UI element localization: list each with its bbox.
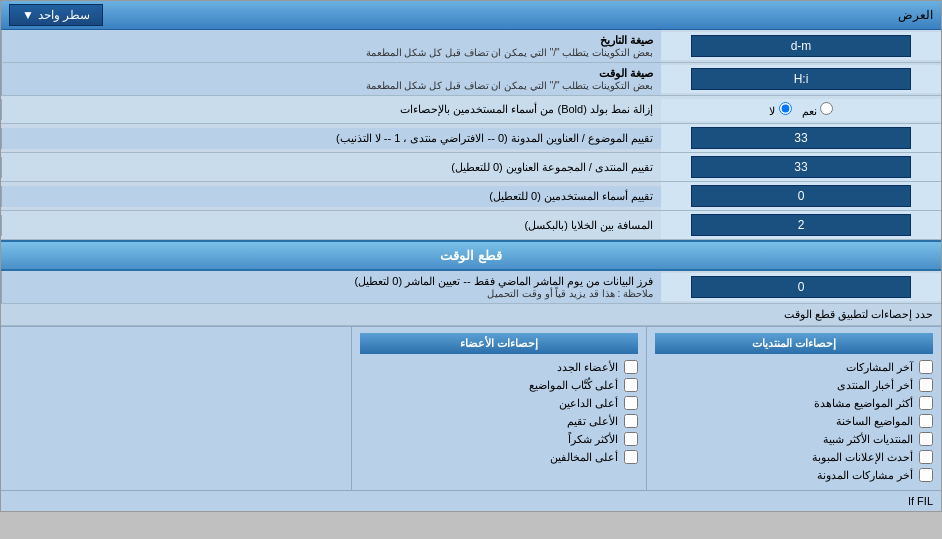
member-stat-5-label: أعلى المخالفين xyxy=(550,451,618,464)
page-title: العرض xyxy=(898,8,933,22)
topic-order-input[interactable] xyxy=(691,127,911,149)
time-format-input[interactable] xyxy=(691,68,911,90)
member-stat-2-label: أعلى الداعين xyxy=(559,397,618,410)
member-stat-2: أعلى الداعين xyxy=(360,394,638,412)
member-stat-1: أعلى كُتَّاب المواضيع xyxy=(360,376,638,394)
forum-stat-4: المنتديات الأكثر شبية xyxy=(655,430,933,448)
user-names-input-cell xyxy=(661,182,941,210)
dropdown-arrow-icon: ▼ xyxy=(22,8,34,22)
forum-order-input[interactable] xyxy=(691,156,911,178)
date-format-label: صيغة التاريخ بعض التكوينات يتطلب "/" الت… xyxy=(1,30,661,62)
cutoff-section-header: قطع الوقت xyxy=(1,240,941,271)
topic-order-input-cell xyxy=(661,124,941,152)
bold-remove-row: نعم لا إزالة نمط بولد (Bold) من أسماء ال… xyxy=(1,96,941,124)
forum-stat-5: أحدث الإعلانات المبوبة xyxy=(655,448,933,466)
right-col xyxy=(1,327,351,490)
member-stat-3: الأعلى تقيم xyxy=(360,412,638,430)
top-bar: العرض سطر واحد ▼ xyxy=(1,1,941,30)
forum-stat-4-label: المنتديات الأكثر شبية xyxy=(823,433,913,446)
cutoff-row: فرز البيانات من يوم الماشر الماضي فقط --… xyxy=(1,271,941,304)
cell-spacing-input-cell xyxy=(661,211,941,239)
member-stat-2-checkbox[interactable] xyxy=(624,396,638,410)
cell-spacing-label: المسافة بين الخلايا (بالبكسل) xyxy=(1,215,661,236)
forum-stat-1: أخر أخبار المنتدى xyxy=(655,376,933,394)
col-divider-2 xyxy=(351,327,352,490)
cutoff-input[interactable] xyxy=(691,276,911,298)
member-stats-title: إحصاءات الأعضاء xyxy=(360,333,638,354)
forum-stat-3-checkbox[interactable] xyxy=(919,414,933,428)
forum-stat-1-label: أخر أخبار المنتدى xyxy=(837,379,913,392)
forum-stats-title: إحصاءات المنتديات xyxy=(655,333,933,354)
user-names-input[interactable] xyxy=(691,185,911,207)
member-stat-4-label: الأكثر شكراً xyxy=(568,433,618,446)
time-format-label: صيغة الوقت بعض التكوينات يتطلب "/" التي … xyxy=(1,63,661,95)
date-format-input[interactable] xyxy=(691,35,911,57)
forum-stat-5-label: أحدث الإعلانات المبوبة xyxy=(812,451,913,464)
stats-container: إحصاءات المنتديات آخر المشاركات أخر أخبا… xyxy=(1,326,941,490)
bold-remove-label: إزالة نمط بولد (Bold) من أسماء المستخدمي… xyxy=(1,99,661,120)
forum-stat-2-label: أكثر المواضيع مشاهدة xyxy=(814,397,913,410)
forum-stat-2: أكثر المواضيع مشاهدة xyxy=(655,394,933,412)
dropdown-label: سطر واحد xyxy=(38,8,90,22)
forum-order-label: تقييم المنتدى / المجموعة العناوين (0 للت… xyxy=(1,157,661,178)
time-format-input-cell xyxy=(661,65,941,93)
forum-stat-1-checkbox[interactable] xyxy=(919,378,933,392)
member-stat-0: الأعضاء الجدد xyxy=(360,358,638,376)
cutoff-label: فرز البيانات من يوم الماشر الماضي فقط --… xyxy=(1,271,661,303)
cell-spacing-row: المسافة بين الخلايا (بالبكسل) xyxy=(1,211,941,240)
forum-stats-col: إحصاءات المنتديات آخر المشاركات أخر أخبا… xyxy=(647,327,941,490)
cutoff-input-cell xyxy=(661,273,941,301)
forum-stat-0-label: آخر المشاركات xyxy=(846,361,913,374)
main-container: العرض سطر واحد ▼ صيغة التاريخ بعض التكوي… xyxy=(0,0,942,512)
forum-stat-0-checkbox[interactable] xyxy=(919,360,933,374)
member-stat-3-checkbox[interactable] xyxy=(624,414,638,428)
user-names-row: تقييم أسماء المستخدمين (0 للتعطيل) xyxy=(1,182,941,211)
forum-order-input-cell xyxy=(661,153,941,181)
footer-note: If FIL xyxy=(1,490,941,511)
member-stat-1-label: أعلى كُتَّاب المواضيع xyxy=(529,379,618,392)
forum-stat-5-checkbox[interactable] xyxy=(919,450,933,464)
time-format-row: صيغة الوقت بعض التكوينات يتطلب "/" التي … xyxy=(1,63,941,96)
forum-stat-6: أخر مشاركات المدونة xyxy=(655,466,933,484)
member-stats-col: إحصاءات الأعضاء الأعضاء الجدد أعلى كُتَّ… xyxy=(352,327,646,490)
forum-order-row: تقييم المنتدى / المجموعة العناوين (0 للت… xyxy=(1,153,941,182)
member-stat-1-checkbox[interactable] xyxy=(624,378,638,392)
member-stat-5: أعلى المخالفين xyxy=(360,448,638,466)
forum-stat-3-label: المواضيع الساخنة xyxy=(836,415,913,428)
forum-stat-6-checkbox[interactable] xyxy=(919,468,933,482)
forum-stat-4-checkbox[interactable] xyxy=(919,432,933,446)
forum-stat-2-checkbox[interactable] xyxy=(919,396,933,410)
bold-yes-radio[interactable] xyxy=(820,102,833,115)
member-stat-3-label: الأعلى تقيم xyxy=(567,415,618,428)
member-stat-5-checkbox[interactable] xyxy=(624,450,638,464)
bold-remove-radio-cell: نعم لا xyxy=(661,99,941,121)
limit-row: حدد إحصاءات لتطبيق قطع الوقت xyxy=(1,304,941,326)
user-names-label: تقييم أسماء المستخدمين (0 للتعطيل) xyxy=(1,186,661,207)
topic-order-label: تقييم الموضوع / العناوين المدونة (0 -- ا… xyxy=(1,128,661,149)
member-stat-4-checkbox[interactable] xyxy=(624,432,638,446)
member-stat-4: الأكثر شكراً xyxy=(360,430,638,448)
forum-stat-3: المواضيع الساخنة xyxy=(655,412,933,430)
forum-stat-6-label: أخر مشاركات المدونة xyxy=(817,469,913,482)
cell-spacing-input[interactable] xyxy=(691,214,911,236)
date-format-input-cell xyxy=(661,32,941,60)
forum-stat-0: آخر المشاركات xyxy=(655,358,933,376)
member-stat-0-checkbox[interactable] xyxy=(624,360,638,374)
bold-no-radio[interactable] xyxy=(779,102,792,115)
col-divider xyxy=(646,327,647,490)
member-stat-0-label: الأعضاء الجدد xyxy=(557,361,618,374)
radio-yes-label: نعم xyxy=(802,102,833,118)
topic-order-row: تقييم الموضوع / العناوين المدونة (0 -- ا… xyxy=(1,124,941,153)
radio-no-label: لا xyxy=(769,102,791,118)
display-dropdown[interactable]: سطر واحد ▼ xyxy=(9,4,103,26)
date-format-row: صيغة التاريخ بعض التكوينات يتطلب "/" الت… xyxy=(1,30,941,63)
